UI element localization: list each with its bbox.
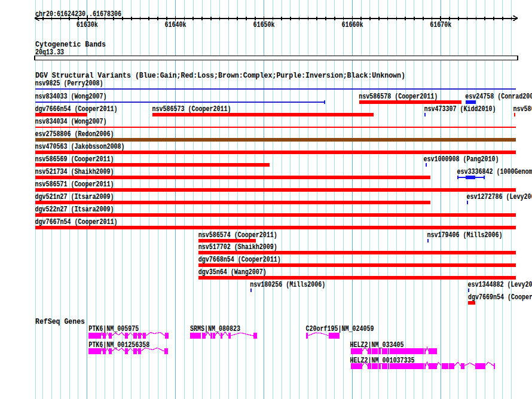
svg-text:dgv7668n54 (Cooper2011): dgv7668n54 (Cooper2011): [198, 255, 281, 264]
svg-text:nsv586569 (Cooper2011): nsv586569 (Cooper2011): [35, 155, 114, 164]
svg-text:dgv7667n54 (Cooper2011): dgv7667n54 (Cooper2011): [35, 217, 118, 226]
svg-text:SRMS|NM_080823: SRMS|NM_080823: [190, 324, 240, 333]
svg-text:dgv7666n54 (Cooper2011): dgv7666n54 (Cooper2011): [35, 105, 118, 113]
svg-text:PTK6|NM_005975: PTK6|NM_005975: [88, 324, 139, 333]
svg-text:61640k: 61640k: [165, 20, 186, 29]
svg-text:HELZ2|NM_033405: HELZ2|NM_033405: [350, 340, 404, 349]
svg-text:61670k: 61670k: [430, 20, 451, 29]
svg-text:esv1000908 (Pang2010): esv1000908 (Pang2010): [423, 155, 499, 164]
svg-text:PTK6|NM_001256358: PTK6|NM_001256358: [88, 340, 149, 349]
svg-text:nsv473307 (Kidd2010): nsv473307 (Kidd2010): [424, 105, 496, 113]
svg-text:nsv586571 (Cooper2011): nsv586571 (Cooper2011): [35, 180, 114, 189]
svg-text:61650k: 61650k: [253, 20, 275, 29]
svg-text:nsv179406 (Mills2006): nsv179406 (Mills2006): [427, 231, 503, 240]
svg-text:nsv586578 (Cooper2011): nsv586578 (Cooper2011): [359, 92, 438, 101]
svg-text:nsv180256 (Mills2006): nsv180256 (Mills2006): [250, 280, 325, 289]
svg-text:dgv7669n54 (Cooper2011): dgv7669n54 (Cooper2011): [468, 293, 532, 302]
svg-text:esv3336842 (1000Genomes): esv3336842 (1000Genomes): [457, 167, 532, 176]
svg-text:nsv586574 (Cooper2011): nsv586574 (Cooper2011): [198, 231, 277, 240]
svg-text:chr20:61624230..61678306: chr20:61624230..61678306: [35, 10, 121, 19]
svg-text:61660k: 61660k: [341, 20, 363, 29]
svg-text:nsv834033 (Wong2007): nsv834033 (Wong2007): [35, 92, 107, 101]
svg-text:nsv470563 (Jakobsson2008): nsv470563 (Jakobsson2008): [35, 142, 125, 151]
svg-text:nsv586577 (Cooper2011): nsv586577 (Cooper2011): [513, 105, 532, 113]
svg-text:C20orf195|NM_024059: C20orf195|NM_024059: [306, 324, 374, 333]
svg-text:61630k: 61630k: [77, 20, 98, 29]
svg-text:esv2758806 (Redon2006): esv2758806 (Redon2006): [35, 130, 114, 139]
svg-text:RefSeq Genes: RefSeq Genes: [35, 317, 85, 326]
svg-text:DGV Structural Variants (Blue:: DGV Structural Variants (Blue:Gain;Red:L…: [35, 71, 405, 80]
svg-text:nsv521734 (Shaikh2009): nsv521734 (Shaikh2009): [35, 167, 114, 176]
svg-text:esv1272786 (Levy2007): esv1272786 (Levy2007): [466, 192, 532, 201]
svg-text:dgv521n27 (Itsara2009): dgv521n27 (Itsara2009): [35, 192, 114, 201]
svg-text:nsv9825 (Perry2008): nsv9825 (Perry2008): [35, 79, 103, 88]
svg-text:nsv834034 (Wong2007): nsv834034 (Wong2007): [35, 117, 107, 126]
svg-text:nsv586573 (Cooper2011): nsv586573 (Cooper2011): [152, 105, 231, 113]
svg-text:nsv517702 (Shaikh2009): nsv517702 (Shaikh2009): [198, 243, 277, 251]
svg-text:esv24758 (Conrad2006): esv24758 (Conrad2006): [465, 92, 532, 101]
svg-text:esv1344882 (Levy2007): esv1344882 (Levy2007): [468, 280, 532, 289]
svg-text:20q13.33: 20q13.33: [35, 48, 64, 57]
svg-text:dgv522n27 (Itsara2009): dgv522n27 (Itsara2009): [35, 205, 114, 214]
svg-text:dgv35n64 (Wang2007): dgv35n64 (Wang2007): [198, 268, 267, 277]
